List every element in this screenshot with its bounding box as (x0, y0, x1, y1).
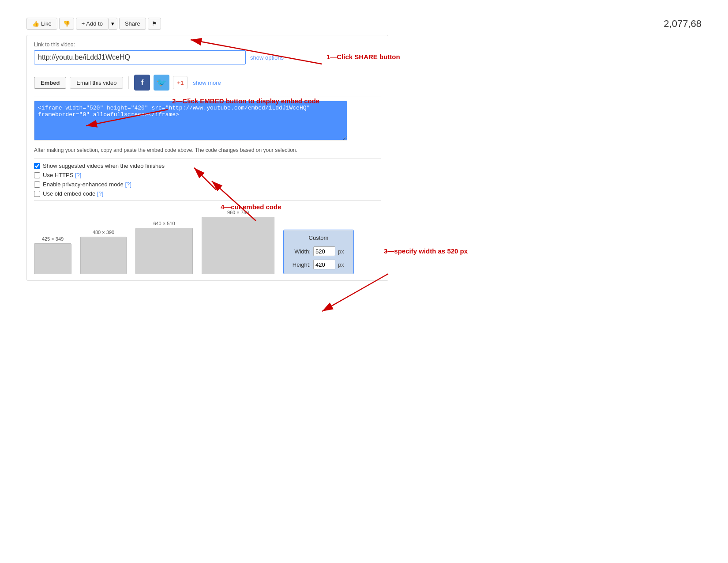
checkbox-privacy[interactable] (34, 181, 40, 188)
share-button[interactable]: Share (119, 18, 146, 30)
size-label-480: 480 × 390 (93, 230, 114, 235)
twitter-icon: 🐦 (157, 78, 166, 87)
size-thumb-480 (80, 237, 127, 274)
link-row: show options (34, 50, 381, 64)
size-label-425: 425 × 349 (42, 236, 64, 242)
add-to-label: + Add to (82, 20, 103, 27)
checkbox-old-embed-label: Use old embed code [?] (43, 190, 103, 197)
size-option-640[interactable]: 640 × 510 (135, 221, 193, 274)
add-to-dropdown[interactable]: ▾ (109, 18, 117, 30)
divider-4 (34, 200, 381, 201)
toolbar: 👍 Like 👎 + Add to ▾ Share ⚑ 2,077,68 (26, 18, 702, 30)
flag-icon: ⚑ (152, 20, 157, 27)
size-option-425[interactable]: 425 × 349 (34, 236, 71, 274)
embed-code-textarea[interactable] (34, 101, 347, 140)
checkbox-suggested-videos-label: Show suggested videos when the video fin… (43, 162, 165, 169)
share-buttons-row: Embed Email this video f 🐦 +1 show more (34, 75, 381, 91)
divider-3 (34, 159, 381, 159)
old-embed-help-link[interactable]: [?] (97, 190, 103, 197)
social-separator (128, 76, 129, 89)
height-input[interactable] (313, 260, 335, 269)
width-input-row: Width: px (291, 246, 346, 256)
link-label: Link to this video: (34, 42, 381, 48)
show-more-link[interactable]: show more (193, 79, 221, 86)
checkbox-row-2: Use HTTPS [?] (34, 172, 381, 178)
width-px: px (338, 248, 344, 255)
size-options: 425 × 349 480 × 390 640 × 510 960 × 750 … (34, 210, 381, 274)
https-help-link[interactable]: [?] (75, 172, 81, 178)
embed-button[interactable]: Embed (34, 77, 66, 89)
add-to-button[interactable]: + Add to (76, 18, 109, 30)
checkbox-https[interactable] (34, 172, 40, 178)
height-input-row: Height: px (291, 260, 346, 269)
size-thumb-960 (202, 217, 274, 274)
size-option-480[interactable]: 480 × 390 (80, 230, 127, 274)
thumb-down-icon: 👎 (63, 20, 70, 27)
show-options-link[interactable]: show options (250, 54, 284, 61)
link-input[interactable] (34, 50, 246, 64)
checkbox-https-label: Use HTTPS [?] (43, 172, 81, 178)
annotation-step3: 3—specify width as 520 px (384, 247, 468, 255)
page-wrapper: 👍 Like 👎 + Add to ▾ Share ⚑ 2,077,68 Lin… (0, 0, 728, 563)
size-thumb-640 (135, 228, 193, 274)
height-label: Height: (291, 261, 311, 268)
share-panel: Link to this video: show options Embed E… (26, 35, 388, 281)
checkbox-privacy-label: Enable privacy-enhanced mode [?] (43, 181, 131, 188)
checkbox-group: Show suggested videos when the video fin… (34, 162, 381, 197)
embed-description: After making your selection, copy and pa… (34, 146, 343, 154)
twitter-button[interactable]: 🐦 (154, 75, 169, 91)
height-px: px (338, 261, 344, 268)
width-input[interactable] (313, 246, 335, 256)
width-label: Width: (291, 248, 311, 255)
size-thumb-425 (34, 243, 71, 274)
size-option-960[interactable]: 960 × 750 (202, 210, 274, 274)
facebook-button[interactable]: f (134, 75, 150, 91)
email-button[interactable]: Email this video (70, 77, 123, 89)
gplus-icon: +1 (177, 79, 184, 86)
checkbox-row-3: Enable privacy-enhanced mode [?] (34, 181, 381, 188)
gplus-button[interactable]: +1 (173, 76, 188, 89)
size-label-960: 960 × 750 (227, 210, 249, 215)
checkbox-old-embed[interactable] (34, 191, 40, 197)
like-button[interactable]: 👍 Like (26, 18, 57, 30)
facebook-icon: f (141, 78, 143, 87)
dislike-button[interactable]: 👎 (59, 18, 74, 30)
checkbox-row-4: Use old embed code [?] (34, 190, 381, 197)
checkbox-suggested-videos[interactable] (34, 163, 40, 169)
share-label: Share (125, 20, 140, 27)
privacy-help-link[interactable]: [?] (125, 181, 131, 188)
flag-button[interactable]: ⚑ (148, 18, 161, 30)
checkbox-row-1: Show suggested videos when the video fin… (34, 162, 381, 169)
divider-2 (34, 97, 381, 97)
divider-1 (34, 70, 381, 70)
thumb-up-icon: 👍 (32, 20, 39, 27)
size-label-640: 640 × 510 (153, 221, 175, 226)
view-count: 2,077,68 (664, 18, 702, 30)
like-label: Like (41, 20, 52, 27)
custom-label: Custom (291, 234, 346, 241)
custom-size-box: Custom Width: px Height: px (283, 230, 354, 274)
